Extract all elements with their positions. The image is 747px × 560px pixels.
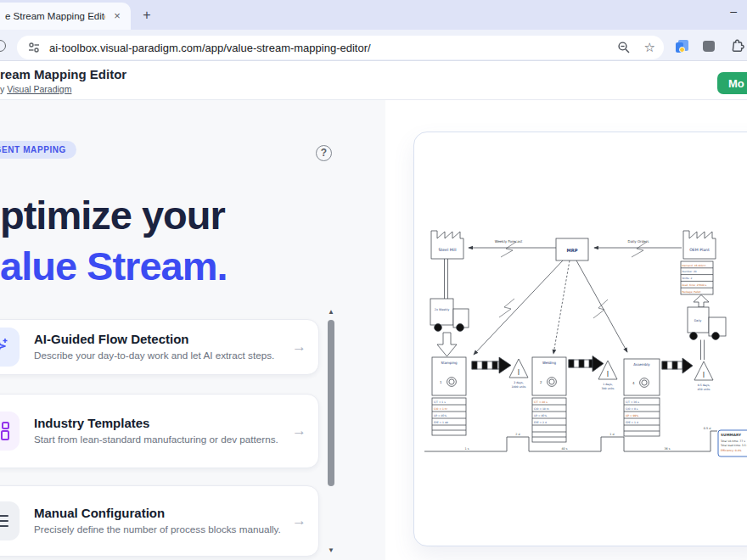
summary-line: Total VA time: 77 s bbox=[720, 440, 745, 443]
visual-paradigm-link[interactable]: Visual Paradigm bbox=[7, 84, 71, 94]
inventory-label: 2 days, bbox=[514, 381, 524, 384]
card-industry-templates[interactable]: Industry Templates Start from lean-stand… bbox=[0, 394, 319, 468]
process-data-row: C/T = 1 s bbox=[434, 400, 446, 404]
process-data-row: EPE = 1 d bbox=[626, 421, 638, 424]
weekly-forecast-label: Weekly Forecast bbox=[495, 239, 523, 244]
extensions-area bbox=[676, 38, 744, 53]
arrow-right-icon[interactable]: → bbox=[292, 423, 306, 440]
browser-window: e Stream Mapping Editor × + – ai-toolbox… bbox=[0, 0, 747, 560]
list-settings-icon bbox=[0, 501, 20, 540]
process-box-welding bbox=[532, 357, 566, 442]
ship-left-label: 2x Weekly bbox=[435, 308, 449, 311]
timeline-label: 36 s bbox=[664, 447, 670, 451]
zoom-out-icon[interactable] bbox=[617, 41, 631, 54]
scroll-up-icon[interactable]: ▲ bbox=[325, 308, 337, 316]
timeline-label: 1 d bbox=[609, 433, 614, 436]
timeline-label: 1 s bbox=[464, 447, 469, 451]
timeline-label: 2 d bbox=[515, 433, 520, 436]
help-icon[interactable]: ? bbox=[316, 145, 332, 161]
supplier-factory-icon bbox=[431, 231, 463, 259]
site-header: ream Mapping Editor y Visual Paradigm Mo bbox=[0, 61, 747, 100]
new-tab-button[interactable]: + bbox=[138, 7, 155, 24]
browser-tab[interactable]: e Stream Mapping Editor × bbox=[0, 3, 131, 30]
arrow-right-icon[interactable]: → bbox=[292, 339, 306, 356]
customer-data-row: Package: Pallet bbox=[682, 290, 702, 294]
process-data-row: EPE = 1 wk bbox=[434, 421, 448, 424]
main-content: LIGENT MAPPING ? ptimize your alue Strea… bbox=[0, 100, 747, 560]
scrollbar-thumb[interactable] bbox=[328, 320, 334, 486]
tab-strip: e Stream Mapping Editor × + – bbox=[0, 0, 747, 30]
process-data-row: EPE = 2 d bbox=[534, 421, 547, 424]
app-byline: y Visual Paradigm bbox=[0, 84, 71, 94]
process-data-row: UP = 99% bbox=[626, 414, 638, 417]
process-name: Assembly bbox=[633, 362, 650, 367]
card-text: Manual Configuration Precisely define th… bbox=[34, 506, 282, 536]
customer-data-row: Shifts: 2 bbox=[682, 277, 693, 280]
process-name: Stamping bbox=[441, 361, 458, 365]
push-arrow bbox=[472, 357, 511, 373]
card-title: Manual Configuration bbox=[34, 506, 282, 520]
window-minimize-button[interactable]: – bbox=[730, 4, 737, 18]
inventory-label: 1 days, bbox=[603, 383, 613, 386]
tab-close-icon[interactable]: × bbox=[110, 9, 124, 23]
extensions-puzzle-icon[interactable] bbox=[729, 38, 744, 53]
extension-icon-gray[interactable] bbox=[703, 41, 715, 52]
inventory-symbol: I bbox=[703, 372, 705, 379]
process-box-assembly bbox=[624, 359, 660, 436]
card-manual-configuration[interactable]: Manual Configuration Precisely define th… bbox=[0, 485, 319, 557]
url-text[interactable]: ai-toolbox.visual-paradigm.com/app/value… bbox=[49, 42, 610, 54]
hero-title-line1: ptimize your bbox=[0, 192, 225, 238]
extension-icon-blue[interactable] bbox=[676, 40, 688, 53]
customer-data-row: Number: 20 bbox=[682, 270, 697, 273]
daily-orders-arrow bbox=[594, 242, 682, 257]
summary-line: Efficiency: 0.4% bbox=[721, 449, 742, 452]
hero-title-line2: alue Stream. bbox=[0, 243, 227, 289]
arrow-right-icon[interactable]: → bbox=[292, 512, 306, 529]
app-title: ream Mapping Editor bbox=[0, 67, 126, 81]
customer-data-row: Avail. time: 27600 s bbox=[682, 283, 707, 287]
card-desc: Start from lean-standard manufacturing o… bbox=[34, 433, 282, 446]
sparkles-icon bbox=[0, 328, 20, 367]
weekly-forecast-arrow bbox=[469, 242, 556, 257]
inventory-label: 300 units bbox=[602, 387, 615, 390]
card-text: Industry Templates Start from lean-stand… bbox=[34, 416, 282, 446]
process-data-row: C/O = 1 hr bbox=[434, 407, 448, 411]
inventory-label: 0.5 days, bbox=[698, 384, 710, 387]
hero-panel: LIGENT MAPPING ? ptimize your alue Strea… bbox=[0, 100, 385, 560]
template-grid-icon bbox=[0, 412, 20, 451]
card-title: AI-Guided Flow Detection bbox=[34, 332, 282, 346]
push-arrow bbox=[569, 356, 604, 372]
process-name: Welding bbox=[542, 361, 556, 365]
inventory-symbol: I bbox=[607, 371, 609, 378]
process-data-row: C/T = 36 s bbox=[626, 400, 639, 404]
customer-data-row: Demand: 18,400/m bbox=[682, 264, 706, 267]
bookmark-star-icon[interactable]: ☆ bbox=[644, 41, 655, 54]
intelligent-mapping-badge: LIGENT MAPPING bbox=[0, 141, 76, 159]
vsm-diagram: Steel Mill OEM Plant MRP bbox=[414, 132, 747, 546]
card-list-scrollbar[interactable]: ▲ ▼ bbox=[325, 308, 337, 554]
process-data-row: UP = 95% bbox=[534, 414, 547, 417]
card-text: AI-Guided Flow Detection Describe your d… bbox=[34, 332, 282, 362]
timeline-label: 40 s bbox=[561, 447, 567, 451]
inventory-symbol: I bbox=[518, 369, 520, 377]
customer-factory-icon bbox=[683, 231, 716, 259]
push-arrow bbox=[662, 358, 693, 373]
mrp-label: MRP bbox=[567, 248, 578, 253]
url-bar[interactable]: ai-toolbox.visual-paradigm.com/app/value… bbox=[17, 36, 664, 59]
card-desc: Precisely define the number of process b… bbox=[34, 523, 282, 536]
card-title: Industry Templates bbox=[34, 416, 282, 430]
scroll-down-icon[interactable]: ▼ bbox=[325, 546, 337, 554]
tab-title: e Stream Mapping Editor bbox=[5, 11, 105, 21]
customer-shipment-truck bbox=[688, 295, 726, 361]
byline-prefix: y bbox=[0, 84, 7, 94]
process-data-row: C/O = 0 s bbox=[626, 407, 638, 411]
supplier-label: Steel Mill bbox=[439, 248, 457, 252]
more-button[interactable]: Mo bbox=[717, 72, 747, 94]
ship-right-label: Daily bbox=[694, 319, 702, 322]
card-ai-guided-flow-detection[interactable]: AI-Guided Flow Detection Describe your d… bbox=[0, 319, 319, 375]
site-settings-icon[interactable] bbox=[27, 41, 41, 54]
daily-orders-label: Daily Orders bbox=[628, 239, 649, 244]
vsm-preview-card: Steel Mill OEM Plant MRP bbox=[413, 132, 747, 546]
summary-line: Total lead time: 3.5 d bbox=[720, 444, 747, 447]
inventory-label: 1000 units bbox=[512, 385, 526, 389]
